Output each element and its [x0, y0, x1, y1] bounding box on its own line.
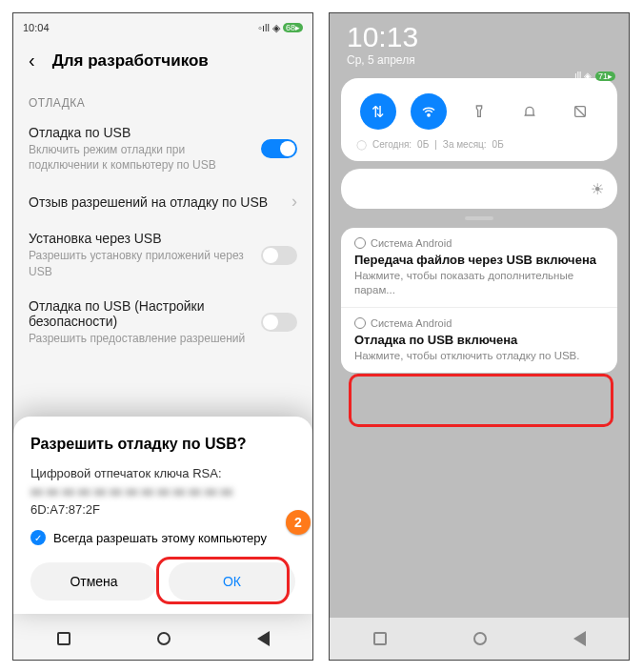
row-revoke-auth[interactable]: Отзыв разрешений на отладку по USB ›	[13, 182, 312, 221]
always-allow-label: Всегда разрешать этому компьютеру	[53, 531, 267, 545]
nav-home-icon[interactable]	[157, 632, 171, 645]
annotation-badge: 2	[286, 510, 311, 535]
shade-date: Ср, 5 апреля	[347, 53, 612, 67]
today-label: Сегодня:	[372, 139, 412, 150]
chevron-right-icon: ›	[291, 192, 297, 212]
month-value: 0Б	[492, 139, 504, 150]
battery-indicator: 71▸	[595, 71, 615, 81]
notif-title: Отладка по USB включена	[354, 333, 604, 347]
status-time: 10:04	[23, 22, 50, 33]
always-allow-row[interactable]: ✓ Всегда разрешать этому компьютеру	[30, 530, 295, 545]
notification-card: Система Android Передача файлов через US…	[341, 228, 617, 373]
nav-bar	[13, 618, 312, 660]
notif-title: Передача файлов через USB включена	[354, 253, 604, 267]
notification-item-usb-debug[interactable]: Отладка по USB включена Нажмите, чтобы о…	[354, 333, 604, 363]
toggle-install-usb[interactable]	[261, 246, 297, 265]
row-title: Отзыв разрешений на отладку по USB	[29, 194, 282, 210]
checkbox-checked-icon[interactable]: ✓	[30, 530, 46, 545]
nav-back-icon[interactable]	[573, 631, 586, 646]
qs-wifi-icon[interactable]	[411, 93, 447, 130]
data-usage-row[interactable]: ◯ Сегодня: 0Б | За месяц: 0Б	[352, 139, 606, 150]
row-subtitle: Включить режим отладки при подключении к…	[29, 142, 251, 173]
row-install-usb[interactable]: Установка через USB Разрешить установку …	[13, 221, 312, 288]
separator	[341, 307, 617, 308]
status-bar: 10:04 ◦ıll ◈ 68▸	[13, 13, 312, 42]
dialog-fingerprint-blur: xx xx xx xx xx xx xx xx xx xx xx xx xx	[30, 484, 295, 499]
shade-handle[interactable]	[465, 216, 493, 220]
toggle-usb-security[interactable]	[261, 313, 297, 332]
row-subtitle: Разрешить предоставление разрешений	[29, 331, 251, 346]
quick-settings-panel: ⇅ ◯ Сегодня: 0Б | За месяц: 0Б	[341, 78, 617, 161]
ok-button[interactable]: ОК	[169, 562, 295, 601]
wifi-icon: ◦ıll ◈	[258, 22, 280, 34]
sun-icon: ☀	[591, 180, 604, 198]
dialog-line-label: Цифровой отпечаток ключа RSA:	[30, 466, 295, 480]
qs-data-icon[interactable]: ⇅	[360, 93, 396, 130]
dialog-fingerprint: 6D:A7:87:2F	[30, 502, 295, 517]
usb-debug-dialog: Разрешить отладку по USB? Цифровой отпеч…	[13, 417, 312, 614]
qs-screenshot-icon[interactable]	[562, 93, 598, 130]
gear-icon	[354, 317, 366, 329]
svg-point-0	[428, 114, 430, 116]
nav-bar	[330, 618, 629, 660]
notif-source-row: Система Android	[354, 237, 604, 249]
section-label: ОТЛАДКА	[13, 79, 312, 115]
row-title: Установка через USB	[29, 231, 251, 246]
annotation-highlight	[349, 374, 613, 427]
nav-recents-icon[interactable]	[373, 632, 387, 645]
header: ‹ Для разработчиков	[13, 42, 312, 79]
signal-icon: ıll ◈	[574, 71, 592, 81]
notif-source: Система Android	[371, 317, 452, 329]
row-subtitle: Разрешить установку приложений через USB	[29, 248, 251, 278]
data-dot-icon: ◯	[356, 139, 367, 150]
brightness-slider[interactable]: ☀	[341, 169, 617, 209]
page-title: Для разработчиков	[52, 51, 209, 71]
row-title: Отладка по USB (Настройки безопасности)	[29, 298, 251, 329]
status-icons: ıll ◈ 71▸	[574, 71, 615, 81]
nav-recents-icon[interactable]	[57, 632, 70, 645]
row-usb-debugging[interactable]: Отладка по USB Включить режим отладки пр…	[13, 115, 312, 182]
gear-icon	[354, 237, 366, 249]
battery-indicator: 68▸	[283, 23, 303, 32]
toggle-usb-debugging[interactable]	[261, 139, 297, 158]
qs-bell-icon[interactable]	[512, 93, 548, 130]
row-title: Отладка по USB	[29, 125, 251, 140]
back-icon[interactable]: ‹	[29, 50, 35, 71]
notif-source: Система Android	[371, 237, 452, 249]
cancel-button[interactable]: Отмена	[30, 562, 157, 601]
notification-item-file-transfer[interactable]: Передача файлов через USB включена Нажми…	[354, 253, 604, 297]
row-usb-security[interactable]: Отладка по USB (Настройки безопасности) …	[13, 289, 312, 356]
nav-home-icon[interactable]	[473, 632, 487, 645]
today-value: 0Б	[417, 139, 429, 150]
notif-subtitle: Нажмите, чтобы показать дополнительные п…	[354, 269, 604, 297]
nav-back-icon[interactable]	[257, 631, 270, 646]
notification-shade: 10:13 Ср, 5 апреля ıll ◈ 71▸ ⇅ ◯ Сегодня…	[330, 13, 629, 660]
notif-source-row: Система Android	[354, 317, 604, 329]
shade-time: 10:13	[347, 21, 612, 53]
dialog-title: Разрешить отладку по USB?	[30, 436, 295, 453]
qs-flashlight-icon[interactable]	[461, 93, 497, 130]
notif-subtitle: Нажмите, чтобы отключить отладку по USB.	[354, 349, 604, 363]
month-label: За месяц:	[443, 139, 487, 150]
